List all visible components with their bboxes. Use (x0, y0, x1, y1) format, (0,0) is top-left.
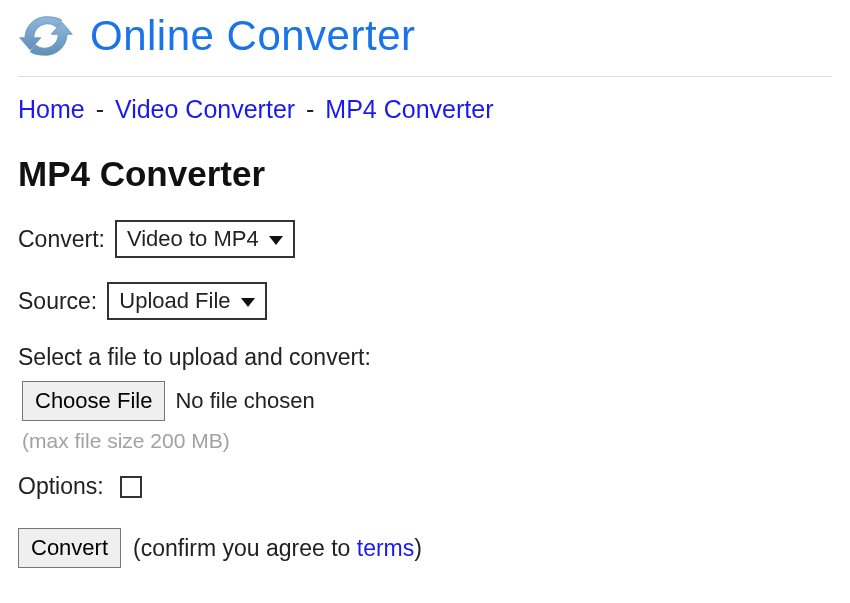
terms-link[interactable]: terms (357, 535, 415, 561)
breadcrumb: Home - Video Converter - MP4 Converter (18, 77, 832, 132)
confirm-suffix: ) (414, 535, 422, 561)
file-section: Select a file to upload and convert: Cho… (18, 344, 832, 453)
choose-file-button[interactable]: Choose File (22, 381, 165, 421)
breadcrumb-separator: - (306, 95, 314, 123)
confirm-text: (confirm you agree to terms) (133, 535, 422, 562)
options-label: Options: (18, 473, 104, 500)
source-row: Source: Upload File (18, 282, 832, 320)
refresh-arrows-icon (18, 8, 74, 64)
convert-button[interactable]: Convert (18, 528, 121, 568)
site-title[interactable]: Online Converter (90, 12, 415, 60)
options-row: Options: (18, 473, 832, 500)
header: Online Converter (18, 0, 832, 77)
source-label: Source: (18, 288, 97, 315)
breadcrumb-mp4-converter[interactable]: MP4 Converter (325, 95, 493, 123)
page-title: MP4 Converter (18, 154, 832, 194)
convert-row: Convert: Video to MP4 (18, 220, 832, 258)
breadcrumb-home[interactable]: Home (18, 95, 85, 123)
source-select[interactable]: Upload File (107, 282, 266, 320)
convert-select-value: Video to MP4 (127, 226, 259, 252)
convert-label: Convert: (18, 226, 105, 253)
max-size-hint: (max file size 200 MB) (22, 429, 832, 453)
submit-row: Convert (confirm you agree to terms) (18, 528, 832, 568)
file-select-label: Select a file to upload and convert: (18, 344, 832, 371)
options-checkbox[interactable] (120, 476, 142, 498)
breadcrumb-video-converter[interactable]: Video Converter (115, 95, 295, 123)
source-select-value: Upload File (119, 288, 230, 314)
breadcrumb-separator: - (96, 95, 104, 123)
confirm-prefix: (confirm you agree to (133, 535, 357, 561)
file-status: No file chosen (175, 388, 314, 414)
file-row: Choose File No file chosen (22, 381, 832, 421)
convert-select[interactable]: Video to MP4 (115, 220, 295, 258)
